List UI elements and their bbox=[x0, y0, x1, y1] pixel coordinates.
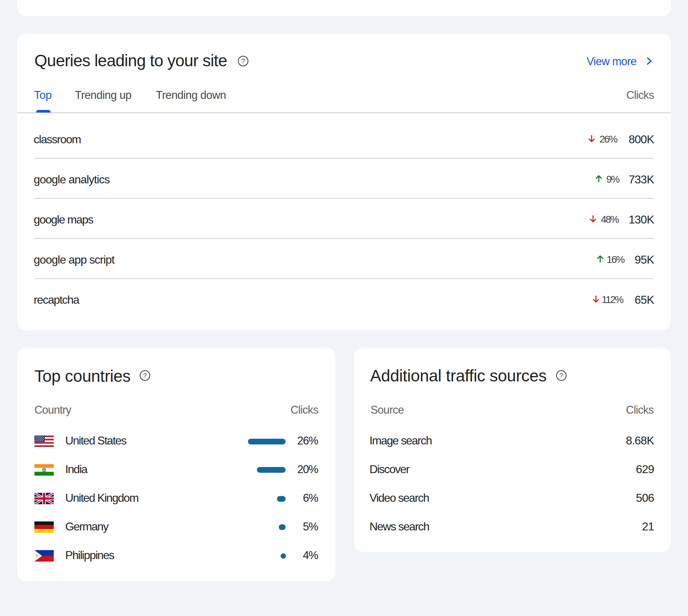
svg-text:?: ? bbox=[559, 372, 563, 379]
svg-text:?: ? bbox=[241, 57, 245, 65]
svg-text:?: ? bbox=[143, 372, 147, 379]
